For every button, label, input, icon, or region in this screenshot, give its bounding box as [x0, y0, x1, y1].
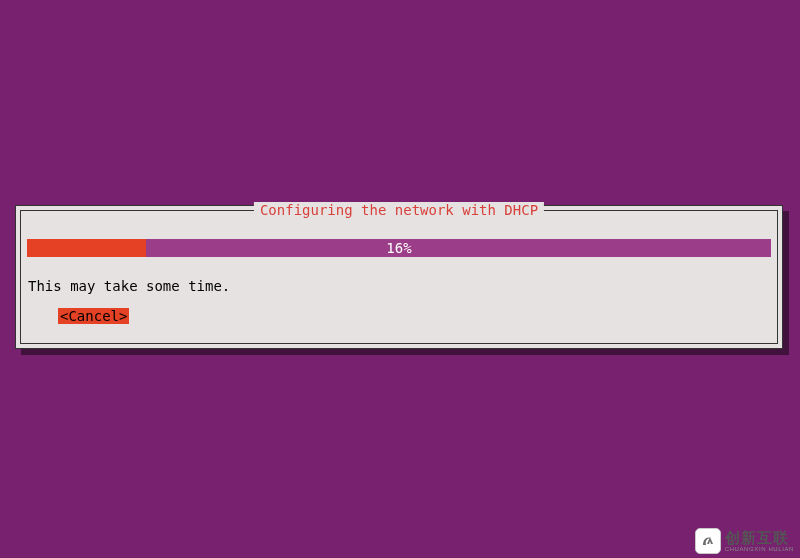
cancel-button[interactable]: <Cancel>: [58, 308, 129, 324]
watermark-english: CHUANGXIN HULIAN: [725, 546, 794, 552]
watermark-chinese: 创新互联: [725, 530, 794, 546]
dialog-inner-border: [20, 210, 778, 344]
progress-bar: 16%: [27, 239, 771, 257]
progress-percent-label: 16%: [386, 240, 411, 256]
dhcp-config-dialog: Configuring the network with DHCP 16% Th…: [15, 205, 783, 349]
progress-bar-fill: [27, 239, 146, 257]
dialog-wrapper: Configuring the network with DHCP 16% Th…: [15, 205, 783, 349]
dialog-title: Configuring the network with DHCP: [254, 202, 544, 218]
dialog-message: This may take some time.: [28, 278, 230, 294]
watermark: 创新互联 CHUANGXIN HULIAN: [695, 528, 794, 554]
watermark-text: 创新互联 CHUANGXIN HULIAN: [725, 530, 794, 552]
watermark-logo-icon: [695, 528, 721, 554]
